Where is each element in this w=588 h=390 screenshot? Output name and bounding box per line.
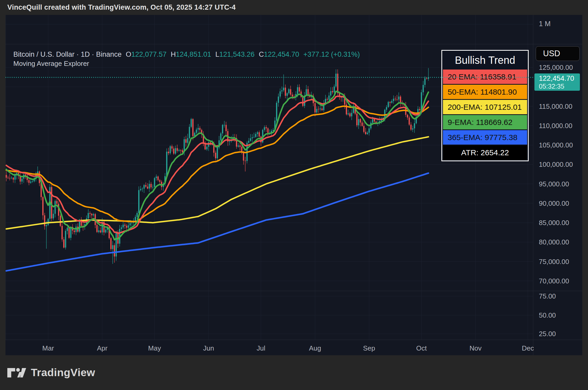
open-value: 122,077.57 — [131, 50, 166, 58]
price-label-105k: 105,000.00 — [539, 141, 573, 149]
atr-scale-label-75.00: 75.00 — [539, 292, 556, 300]
currency-toggle-label: USD — [543, 49, 560, 58]
symbol-title: Bitcoin / U.S. Dollar · 1D · Binance — [13, 50, 122, 58]
low-label: L — [215, 50, 219, 58]
price-label-125k: 125,000.00 — [539, 64, 573, 72]
indicator-title[interactable]: Moving Average Explorer — [13, 60, 89, 68]
legend-row-200-ema: 200-EMA: 107125.01 — [443, 100, 527, 114]
month-label-may: May — [148, 344, 161, 352]
month-label-jun: Jun — [203, 344, 214, 352]
last-price-value: 122,454.70 — [539, 74, 580, 83]
legend-rows: 20 EMA: 116358.9150-EMA: 114801.90200-EM… — [443, 70, 527, 160]
last-price-badge: 122,454.70 05:32:35 — [534, 73, 580, 91]
price-label-75k: 75,000.00 — [539, 257, 569, 266]
month-label-jul: Jul — [257, 344, 265, 352]
month-label-apr: Apr — [97, 344, 107, 352]
month-label-nov: Nov — [469, 344, 481, 352]
price-label-100k: 100,000.00 — [539, 160, 573, 169]
atr-scale-label-50.00: 50.00 — [539, 311, 556, 319]
price-label-70k: 70,000.00 — [539, 277, 569, 285]
close-label: C — [259, 50, 264, 58]
price-label-90k: 90,000.00 — [539, 199, 569, 207]
legend-row-50-ema: 50-EMA: 114801.90 — [443, 85, 527, 99]
month-label-aug: Aug — [309, 344, 321, 352]
open-label: O — [126, 50, 131, 58]
month-label-oct: Oct — [416, 344, 426, 352]
footer: TradingView — [0, 355, 588, 390]
price-label-95k: 95,000.00 — [539, 180, 569, 188]
legend-row-atr: ATR: 2654.22 — [443, 145, 527, 160]
tradingview-screenshot: VinceQuill created with TradingView.com,… — [0, 0, 588, 390]
month-label-mar: Mar — [42, 344, 54, 352]
high-label: H — [171, 50, 176, 58]
month-label-dec: Dec — [522, 344, 534, 352]
trend-status-label: Bullish Trend — [443, 51, 527, 69]
symbol-header[interactable]: Bitcoin / U.S. Dollar · 1D · BinanceO122… — [13, 50, 360, 59]
month-label-sep: Sep — [363, 344, 375, 352]
tradingview-logo-icon[interactable] — [7, 368, 27, 378]
50-ema-line — [6, 106, 428, 222]
legend-row-20-ema: 20 EMA: 116358.91 — [443, 70, 527, 84]
close-value: 122,454.70 — [264, 50, 299, 58]
price-label-115k: 115,000.00 — [539, 102, 572, 110]
candlestick-series — [6, 68, 429, 264]
attribution-text: VinceQuill created with TradingView.com,… — [7, 3, 236, 12]
atr-scale-label-25.00: 25.00 — [539, 330, 556, 338]
tradingview-brand-text[interactable]: TradingView — [31, 366, 95, 379]
legend-row-9-ema: 9-EMA: 118669.62 — [443, 115, 527, 129]
legend-row-365-ema: 365-EMA: 97775.38 — [443, 130, 527, 145]
bar-countdown: 05:32:35 — [539, 83, 580, 90]
price-label-110k: 110,000.00 — [539, 122, 572, 130]
attribution-bar: VinceQuill created with TradingView.com,… — [0, 0, 588, 15]
low-value: 121,543.26 — [219, 50, 255, 58]
price-label-85k: 85,000.00 — [539, 219, 569, 227]
change-value: +377.12 (+0.31%) — [303, 50, 360, 58]
ma-explorer-legend: Bullish Trend 20 EMA: 116358.9150-EMA: 1… — [441, 50, 529, 161]
price-label-80k: 80,000.00 — [539, 238, 569, 246]
currency-toggle-button[interactable]: USD — [536, 46, 580, 61]
high-value: 124,851.01 — [176, 50, 211, 58]
timeframe-label: 1 M — [539, 20, 551, 28]
20-ema-line — [6, 96, 428, 233]
